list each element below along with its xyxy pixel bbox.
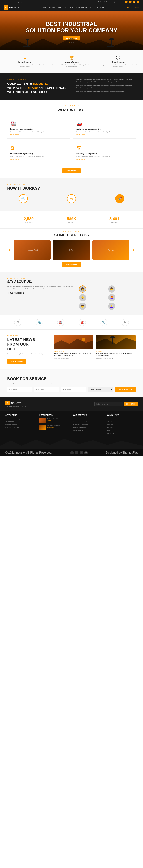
- blog-view-all-button[interactable]: VIEW ALL POST: [7, 359, 26, 364]
- partners-section: ⚙ 🔩 🏭 ⛽ 🔧 🏗: [0, 315, 143, 330]
- top-bar-phone: +1 234 567 8900: [97, 1, 110, 3]
- projects-next-button[interactable]: ›: [131, 248, 136, 252]
- nav-service[interactable]: SERVICE: [58, 7, 66, 8]
- footer-quick-col: QUICK LINKS Home About Us Services Portf…: [107, 414, 138, 435]
- blog-post-2-title: The Truth About Power Is About to Be Rev…: [96, 353, 136, 357]
- footer-news-item-1: Business plan will help you. 25 Aug 2021: [39, 418, 70, 424]
- book-name-input[interactable]: [7, 387, 32, 392]
- nav-home[interactable]: HOME: [41, 7, 46, 8]
- footer-subscribe-button[interactable]: SUBSCRIBE: [124, 402, 138, 406]
- svg-marker-1: [25, 39, 30, 40]
- connect-left: CONNECT WITH US CONNECT WITH INDUSTE. WE…: [7, 79, 68, 94]
- top-bar: Welcome to our company +1 234 567 8900 i…: [0, 0, 143, 4]
- footer-news-content-1: Business plan will help you. 25 Aug 2021: [47, 418, 63, 424]
- footer-service-link-5[interactable]: Smart Solution: [73, 430, 104, 432]
- footer-service-link-4[interactable]: Building Management: [73, 427, 104, 429]
- footer-quick-link-2[interactable]: About Us: [107, 421, 138, 423]
- service-4-link[interactable]: READ MORE: [76, 158, 85, 160]
- nav-pages[interactable]: PAGES: [49, 7, 55, 8]
- nav-contact[interactable]: CONTACT: [97, 7, 106, 8]
- footer-quick-link-1[interactable]: Home: [107, 418, 138, 420]
- blog-post-1-title: Business plan will help you figure out h…: [54, 353, 94, 357]
- blog-title-line3: BLOG: [7, 347, 48, 351]
- book-email-input[interactable]: [34, 387, 59, 392]
- navbar: ⚙ INDUSTE HOME PAGES SERVICE TEAM PORTFO…: [0, 4, 143, 11]
- hero-title: BEST INDUSTRIAL SOLUTION FOR YOUR COMPAN…: [26, 21, 117, 33]
- social-google-icon[interactable]: g: [133, 1, 136, 3]
- connect-years: 10 YEARS: [23, 86, 39, 90]
- footer-social-google[interactable]: g: [79, 451, 83, 455]
- service-card-building: 🏗 Building Management Lorem ipsum dolor …: [73, 142, 136, 163]
- service-2-link[interactable]: READ MORE: [76, 134, 85, 135]
- footer-contact-col: CONTACT US 123 Street Name, City, USA +1…: [5, 414, 36, 435]
- footer-social-linkedin[interactable]: in: [84, 451, 88, 455]
- blog-section: BLOG POST LATEST NEWS FROM OUR BLOG Lore…: [0, 330, 143, 369]
- footer-news-title: RECENT NEWS: [39, 414, 70, 416]
- project-card-1[interactable]: Industrial Plant: [14, 240, 51, 260]
- service-3-name: Mechanical Engineering: [10, 153, 33, 155]
- blog-post-1-date: 25 Aug 2021: [54, 351, 61, 352]
- blog-post-2-text: Lorem ipsum is simply dummy: [96, 357, 136, 359]
- how-section: WORKING PROCESS HOW IT WORKS? 🔍 PLANNING…: [0, 178, 143, 211]
- projects-title: SOME PROJECT'S: [7, 233, 136, 237]
- connect-para1: Lorem ipsum dolor sit amet consectetur a…: [75, 79, 136, 83]
- connect-right: Lorem ipsum dolor sit amet consectetur a…: [75, 79, 136, 94]
- footer-service-link-2[interactable]: Automotive Manufacturing: [73, 421, 104, 423]
- footer-social-twitter[interactable]: t: [75, 451, 78, 455]
- service-card-industrial: 🏭 Industrial Manufacturing Lorem ipsum d…: [7, 118, 70, 138]
- svg-marker-4: [109, 38, 114, 39]
- top-bar-left: Welcome to our company: [4, 1, 22, 3]
- book-title: BOOK FOR SERVICE: [7, 376, 136, 381]
- step-planning: 🔍 PLANNING: [7, 194, 39, 206]
- logo[interactable]: ⚙ INDUSTE: [4, 5, 20, 10]
- nav-links: HOME PAGES SERVICE TEAM PORTFOLIO BLOG C…: [41, 7, 106, 8]
- book-submit-button[interactable]: BOOK A SERVICE: [115, 387, 136, 392]
- logo-text: INDUSTE: [8, 6, 20, 9]
- social-twitter-icon[interactable]: t: [129, 1, 132, 3]
- footer-quick-link-4[interactable]: Portfolio: [107, 427, 138, 429]
- avatar-4[interactable]: 👩‍🦰: [108, 294, 115, 301]
- stat-products-number: 589K: [67, 217, 76, 221]
- nav-portfolio[interactable]: PORTFOLIO: [76, 7, 87, 8]
- feature-smart-solution: ⚙ Smart Solution Lorem ipsum dolor sit a…: [4, 54, 46, 69]
- project-3-label: Refinery: [92, 240, 129, 260]
- partner-4-logo: ⛽: [79, 319, 86, 326]
- projects-more-button[interactable]: MORE WORKS: [62, 262, 81, 267]
- nav-blog[interactable]: BLOG: [90, 7, 95, 8]
- avatar-2[interactable]: 👨: [108, 285, 115, 292]
- footer-bottom: © 2021 Induste. All Rights Reserved. f t…: [0, 450, 143, 456]
- social-linkedin-icon[interactable]: in: [137, 1, 139, 3]
- footer-subscribe-form: SUBSCRIBE: [94, 402, 138, 406]
- project-card-2[interactable]: Oil Field: [53, 240, 90, 260]
- footer-email-input[interactable]: [94, 402, 123, 406]
- avatar-3[interactable]: 👴: [79, 294, 86, 301]
- services-grid: 🏭 Industrial Manufacturing Lorem ipsum d…: [0, 116, 143, 166]
- service-3-link[interactable]: READ MORE: [10, 158, 19, 160]
- services-learn-more-button[interactable]: LEARN MORE: [62, 168, 81, 173]
- avatar-1[interactable]: 👩: [79, 285, 86, 292]
- social-facebook-icon[interactable]: f: [125, 1, 128, 3]
- hero-title-line1: BEST INDUSTRIAL: [26, 21, 117, 27]
- connect-para2: Lorem ipsum dolor sit amet consectetur a…: [75, 85, 136, 89]
- footer-service-link-3[interactable]: Mechanical Engineering: [73, 424, 104, 426]
- avatar-6[interactable]: 👩‍🦳: [108, 303, 115, 310]
- footer-quick-link-6[interactable]: Contact Us: [107, 432, 138, 434]
- service-1-link[interactable]: READ MORE: [10, 134, 19, 135]
- footer-social-links: f t g in: [70, 451, 88, 455]
- book-phone-input[interactable]: [61, 387, 86, 392]
- footer-quick-link-3[interactable]: Services: [107, 424, 138, 426]
- blog-desc: Lorem ipsum is simply dummy fake of lore…: [7, 353, 48, 357]
- avatar-5[interactable]: 👦: [79, 303, 86, 310]
- footer-service-link-1[interactable]: Industrial Manufacturing: [73, 418, 104, 420]
- projects-prev-button[interactable]: ‹: [7, 248, 12, 252]
- footer-quick-link-5[interactable]: Blog: [107, 430, 138, 432]
- stat-products: 589K Products Sold: [67, 217, 76, 223]
- nav-team[interactable]: TEAM: [69, 7, 73, 8]
- svg-point-6: [82, 338, 85, 341]
- feature-3-text: Lorem ipsum dolor sit amet consectetur a…: [98, 64, 138, 68]
- footer-social-facebook[interactable]: f: [70, 451, 74, 455]
- project-card-3[interactable]: Refinery: [92, 240, 129, 260]
- partner-3-logo: 🏭: [57, 319, 64, 326]
- book-form: Select Service Industrial Manufacturing …: [7, 387, 136, 392]
- book-service-select[interactable]: Select Service Industrial Manufacturing …: [88, 387, 113, 392]
